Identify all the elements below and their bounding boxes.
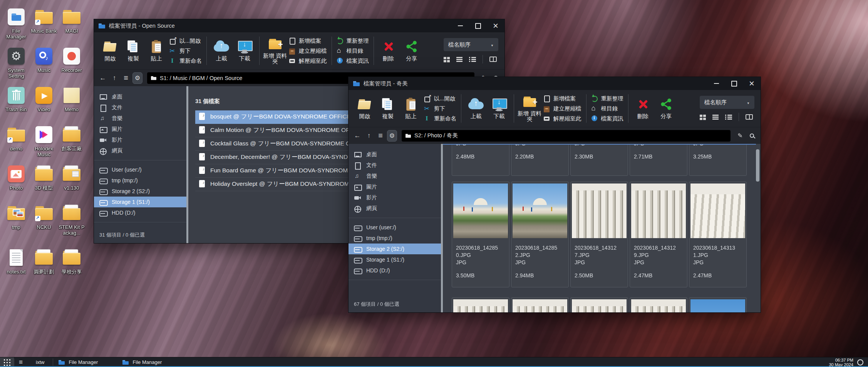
sidebar-place-item[interactable]: 圖片 bbox=[94, 124, 186, 135]
desktop-icon[interactable]: v1.130 bbox=[58, 164, 85, 203]
close-button[interactable] bbox=[743, 77, 761, 90]
menu-button[interactable] bbox=[375, 131, 385, 141]
sidebar-scrollbar[interactable] bbox=[441, 144, 443, 312]
desktop-icon[interactable]: STEM Kit P ackag... bbox=[58, 203, 85, 248]
open-with-button[interactable]: 以...開啟 bbox=[424, 94, 456, 103]
copy-button[interactable]: 複製 bbox=[122, 40, 145, 62]
open-button[interactable]: 開啟 bbox=[353, 98, 376, 119]
new-file-button[interactable]: 新增檔案 bbox=[289, 37, 327, 45]
desktop-icon[interactable]: Photo bbox=[2, 164, 30, 203]
edit-path-button[interactable] bbox=[735, 131, 745, 141]
view-detail-button[interactable] bbox=[469, 57, 476, 62]
desktop-icon[interactable]: demo bbox=[2, 125, 30, 164]
download-button[interactable]: 下載 bbox=[233, 40, 256, 62]
desktop-icon[interactable]: Trash Bin bbox=[2, 85, 30, 125]
sidebar-drive-item[interactable]: HDD (D:/) bbox=[349, 265, 441, 276]
refresh-button[interactable]: 重新整理 bbox=[337, 37, 369, 45]
sidebar-drive-item[interactable]: Storage 2 (S2:/) bbox=[349, 244, 441, 254]
rename-button[interactable]: 重新命名 bbox=[169, 57, 202, 65]
minimize-button[interactable] bbox=[451, 19, 469, 32]
photo-cell[interactable] bbox=[511, 297, 569, 312]
photo-cell[interactable]: 2.JPG JPG 2.30MB bbox=[570, 144, 628, 176]
photo-cell[interactable] bbox=[689, 297, 747, 312]
back-button[interactable] bbox=[98, 73, 108, 83]
desktop-icon[interactable]: Music bbox=[30, 46, 58, 85]
desktop-icon[interactable]: tmp bbox=[2, 203, 30, 248]
desktop-icon[interactable]: Recorder bbox=[58, 46, 85, 85]
sort-dropdown[interactable]: 檔名順序 bbox=[700, 96, 754, 109]
photo-cell[interactable]: 9.JPG JPG 3.25MB bbox=[689, 144, 747, 176]
grid-scrollbar[interactable] bbox=[756, 149, 759, 182]
refresh-button[interactable]: 重新整理 bbox=[591, 94, 623, 103]
photo-cell[interactable] bbox=[570, 297, 628, 312]
view-list-button[interactable] bbox=[712, 114, 719, 120]
root-button[interactable]: 根目錄 bbox=[591, 104, 623, 113]
sidebar-place-item[interactable]: 網頁 bbox=[349, 203, 441, 214]
photo-cell[interactable]: 20230618_143129.JPG JPG 2.47MB bbox=[630, 182, 687, 287]
sidebar-place-item[interactable]: 文件 bbox=[94, 102, 186, 113]
up-button[interactable] bbox=[109, 73, 119, 83]
gear-icon[interactable] bbox=[387, 130, 397, 142]
upload-button[interactable]: 上載 bbox=[464, 98, 488, 119]
file-info-button[interactable]: 檔案資訊 bbox=[337, 57, 369, 65]
view-columns-button[interactable] bbox=[489, 57, 497, 62]
titlebar[interactable]: 檔案管理員 - Open Source bbox=[94, 19, 504, 32]
clock[interactable]: 06:37 PM 30 May 2024 bbox=[829, 357, 868, 367]
sidebar-scrollbar[interactable] bbox=[186, 86, 188, 243]
view-columns-button[interactable] bbox=[746, 114, 753, 120]
maximize-button[interactable] bbox=[725, 77, 743, 90]
maximize-button[interactable] bbox=[469, 19, 487, 32]
sidebar-place-item[interactable]: 影片 bbox=[94, 135, 186, 145]
photo-cell[interactable]: 1.JPG JPG 2.20MB bbox=[511, 144, 569, 176]
sidebar-drive-item[interactable]: tmp (tmp:/) bbox=[94, 175, 186, 186]
cut-button[interactable]: 剪下 bbox=[169, 47, 202, 55]
sidebar-place-item[interactable]: 圖片 bbox=[349, 182, 441, 192]
photo-cell[interactable] bbox=[452, 297, 509, 312]
new-folder-button[interactable]: 新增 資料夾 bbox=[263, 37, 287, 65]
taskbar-task-button[interactable]: File Manager bbox=[53, 357, 117, 367]
share-button[interactable]: 分享 bbox=[400, 40, 423, 62]
taskbar-task-button[interactable]: File Manager bbox=[117, 357, 181, 367]
view-list-button[interactable] bbox=[456, 57, 463, 62]
taskbar-menu-button[interactable] bbox=[14, 357, 27, 367]
photo-cell[interactable]: 8.JPG JPG 2.71MB bbox=[630, 144, 687, 176]
desktop-icon[interactable]: MAGI bbox=[58, 7, 85, 46]
photo-cell[interactable] bbox=[630, 297, 687, 312]
desktop-icon[interactable]: Memo bbox=[58, 85, 85, 125]
create-archive-button[interactable]: 建立壓縮檔 bbox=[543, 104, 581, 113]
back-button[interactable] bbox=[352, 131, 362, 141]
paste-button[interactable]: 貼上 bbox=[145, 40, 168, 62]
sidebar-place-item[interactable]: 網頁 bbox=[94, 145, 186, 156]
root-button[interactable]: 根目錄 bbox=[337, 47, 369, 55]
sidebar-place-item[interactable]: 音樂 bbox=[94, 113, 186, 124]
photo-cell[interactable]: 20230618_143131.JPG JPG 2.47MB bbox=[689, 182, 747, 287]
close-button[interactable] bbox=[487, 19, 504, 32]
cut-button[interactable]: 剪下 bbox=[424, 104, 456, 113]
photo-cell[interactable]: 20230618_142850.JPG JPG 3.50MB bbox=[452, 182, 509, 287]
desktop-icon[interactable]: notes.txt bbox=[2, 248, 30, 275]
view-grid-button[interactable] bbox=[444, 57, 451, 62]
sidebar-drive-item[interactable]: User (user:/) bbox=[94, 164, 186, 175]
app-launcher-button[interactable] bbox=[0, 357, 14, 367]
photo-cell[interactable]: 20230618_142852.JPG JPG 2.94MB bbox=[511, 182, 569, 287]
new-folder-button[interactable]: 新增 資料夾 bbox=[517, 95, 542, 122]
new-file-button[interactable]: 新增檔案 bbox=[543, 94, 581, 103]
view-detail-button[interactable] bbox=[725, 114, 732, 120]
sidebar-drive-item[interactable]: HDD (D:/) bbox=[94, 207, 186, 218]
up-button[interactable] bbox=[364, 131, 374, 141]
desktop-icon[interactable]: 學校分享 bbox=[58, 248, 85, 275]
delete-button[interactable]: 刪除 bbox=[632, 98, 655, 119]
sidebar-place-item[interactable]: 影片 bbox=[349, 192, 441, 203]
input-method-indicator[interactable]: ixtw bbox=[27, 357, 53, 367]
sidebar-place-item[interactable]: 文件 bbox=[349, 160, 441, 171]
extract-here-button[interactable]: 解壓縮至此 bbox=[543, 114, 581, 123]
sidebar-place-item[interactable]: 音樂 bbox=[349, 171, 441, 182]
create-archive-button[interactable]: 建立壓縮檔 bbox=[289, 47, 327, 55]
open-with-button[interactable]: 以...開啟 bbox=[169, 37, 202, 45]
desktop-icon[interactable]: Video bbox=[30, 85, 58, 125]
desktop-icon[interactable]: System Setting bbox=[2, 46, 30, 85]
extract-here-button[interactable]: 解壓縮至此 bbox=[289, 57, 327, 65]
desktop-icon[interactable]: 圓夢計劃 bbox=[30, 248, 58, 275]
sidebar-drive-item[interactable]: User (user:/) bbox=[349, 222, 441, 233]
desktop-icon[interactable]: NCKU bbox=[30, 203, 58, 248]
